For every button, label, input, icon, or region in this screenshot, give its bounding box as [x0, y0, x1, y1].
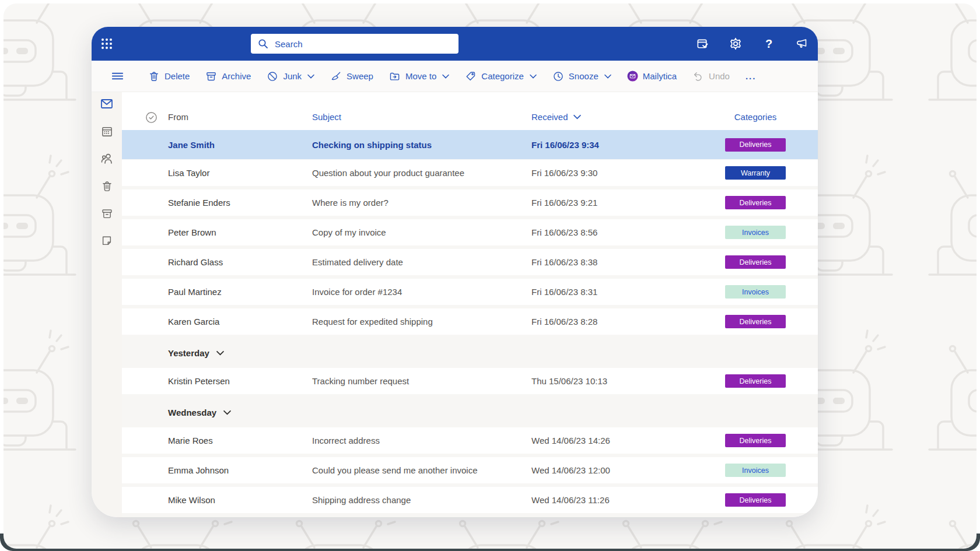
message-received: Wed 14/06/23 11:26 [531, 495, 699, 505]
message-received: Fri 16/06/23 8:31 [531, 287, 699, 297]
category-badge[interactable]: Deliveries [725, 434, 786, 447]
message-row[interactable]: Karen Garcia Request for expedited shipp… [122, 308, 818, 335]
category-badge[interactable]: Deliveries [725, 315, 786, 328]
message-row-band: Mike Wilson Shipping address change Wed … [122, 487, 818, 517]
rail-people-icon[interactable] [100, 152, 113, 165]
move-to-button[interactable]: Move to [389, 71, 449, 82]
message-row-band: Kristin Petersen Tracking number request… [122, 368, 818, 398]
archive-icon [205, 71, 217, 82]
category-badge[interactable]: Invoices [725, 464, 786, 477]
message-received: Fri 16/06/23 9:21 [531, 198, 699, 208]
chevron-down-icon [307, 74, 314, 79]
message-received: Fri 16/06/23 8:38 [531, 257, 699, 267]
column-header-subject[interactable]: Subject [312, 112, 531, 122]
archive-button[interactable]: Archive [205, 71, 251, 82]
message-subject: Tracking number request [312, 376, 531, 386]
message-received: Fri 16/06/23 8:28 [531, 317, 699, 327]
column-header-received[interactable]: Received [531, 112, 699, 122]
list-header: From Subject Received Categories [122, 92, 818, 130]
chevron-down-icon [604, 74, 611, 79]
message-from: Stefanie Enders [168, 198, 312, 208]
message-from: Marie Roes [168, 436, 312, 445]
block-icon [267, 71, 278, 82]
delete-button[interactable]: Delete [148, 71, 190, 82]
group-header-row[interactable]: Yesterday [122, 338, 818, 368]
message-subject: Shipping address change [312, 495, 531, 505]
message-list-pane: From Subject Received Categories Jane Sm… [122, 92, 818, 517]
mail-app-window: Search ? [92, 27, 818, 517]
message-received: Thu 15/06/23 10:13 [531, 376, 699, 386]
message-row[interactable]: Lisa Taylor Question about your product … [122, 160, 818, 186]
message-row[interactable]: Paul Martinez Invoice for order #1234 Fr… [122, 279, 818, 305]
message-row[interactable]: Emma Johnson Could you please send me an… [122, 457, 818, 483]
group-label: Yesterday [168, 348, 209, 358]
rail-mail-icon[interactable] [100, 97, 113, 110]
rail-note-icon[interactable] [100, 234, 113, 247]
message-row[interactable]: Jane Smith Checking on shipping status F… [122, 130, 818, 159]
sweep-button[interactable]: Sweep [330, 71, 373, 82]
hamburger-menu-icon[interactable] [102, 69, 132, 83]
junk-button[interactable]: Junk [267, 71, 314, 82]
message-row[interactable]: Marie Roes Incorrect address Wed 14/06/2… [122, 427, 818, 454]
select-all-icon[interactable] [145, 111, 158, 124]
category-badge[interactable]: Deliveries [725, 493, 786, 507]
message-received: Fri 16/06/23 9:30 [531, 168, 699, 178]
message-row[interactable]: Stefanie Enders Where is my order? Fri 1… [122, 189, 818, 216]
undo-button[interactable]: Undo [692, 71, 730, 82]
message-row[interactable]: Mike Wilson Shipping address change Wed … [122, 487, 818, 513]
message-received: Fri 16/06/23 9:34 [531, 140, 699, 150]
category-badge[interactable]: Invoices [725, 285, 786, 299]
more-options-button[interactable]: ... [746, 71, 757, 81]
help-icon[interactable]: ? [761, 36, 776, 51]
message-row-band: Paul Martinez Invoice for order #1234 Fr… [122, 279, 818, 308]
message-from: Paul Martinez [168, 287, 312, 297]
message-row-band: Peter Brown Copy of my invoice Fri 16/06… [122, 219, 818, 249]
rail-trash-icon[interactable] [100, 180, 113, 192]
message-subject: Checking on shipping status [312, 140, 531, 150]
message-row-band: Lisa Taylor Question about your product … [122, 160, 818, 189]
category-badge[interactable]: Deliveries [725, 196, 786, 209]
folder-arrow-icon [389, 71, 401, 82]
group-label: Wednesday [168, 408, 216, 417]
rail-calendar-icon[interactable] [100, 125, 113, 138]
search-input[interactable]: Search [251, 34, 459, 54]
message-row[interactable]: Peter Brown Copy of my invoice Fri 16/06… [122, 219, 818, 245]
column-header-categories[interactable]: Categories [725, 112, 786, 122]
message-received: Fri 16/06/23 8:56 [531, 227, 699, 237]
mailytica-icon [627, 71, 638, 82]
category-badge[interactable]: Deliveries [725, 255, 786, 269]
search-icon [258, 38, 268, 49]
message-from: Peter Brown [168, 227, 312, 237]
message-from: Mike Wilson [168, 495, 312, 505]
column-header-from[interactable]: From [168, 112, 312, 122]
message-row-band: Marie Roes Incorrect address Wed 14/06/2… [122, 427, 818, 457]
rail-archive-icon[interactable] [100, 207, 113, 220]
message-row-band: Jane Smith Checking on shipping status F… [122, 130, 818, 160]
message-from: Kristin Petersen [168, 376, 312, 386]
message-from: Karen Garcia [168, 317, 312, 327]
message-row[interactable]: Richard Glass Estimated delivery date Fr… [122, 249, 818, 275]
categorize-button[interactable]: Categorize [465, 71, 537, 82]
message-from: Richard Glass [168, 257, 312, 267]
message-row[interactable]: Kristin Petersen Tracking number request… [122, 368, 818, 394]
category-badge[interactable]: Invoices [725, 226, 786, 239]
search-placeholder: Search [275, 39, 303, 49]
group-header-row[interactable]: Wednesday [122, 398, 818, 427]
undo-icon [692, 71, 704, 82]
mailytica-button[interactable]: Mailytica [627, 71, 677, 82]
app-launcher-waffle-icon[interactable] [92, 37, 122, 51]
settings-gear-icon[interactable] [728, 36, 743, 51]
category-badge[interactable]: Warranty [725, 166, 786, 180]
message-from: Jane Smith [168, 140, 312, 150]
calendar-check-icon[interactable] [695, 36, 710, 51]
category-badge[interactable]: Deliveries [725, 138, 786, 152]
group-chevron-down-icon [223, 410, 231, 415]
feedback-megaphone-icon[interactable] [794, 36, 810, 51]
category-badge[interactable]: Deliveries [725, 374, 786, 388]
sort-chevron-down-icon [573, 114, 581, 120]
snooze-button[interactable]: Snooze [552, 71, 611, 82]
message-row-band: Emma Johnson Could you please send me an… [122, 457, 818, 487]
message-row-band: Richard Glass Estimated delivery date Fr… [122, 249, 818, 279]
message-row-band: Stefanie Enders Where is my order? Fri 1… [122, 189, 818, 219]
message-subject: Copy of my invoice [312, 227, 531, 237]
